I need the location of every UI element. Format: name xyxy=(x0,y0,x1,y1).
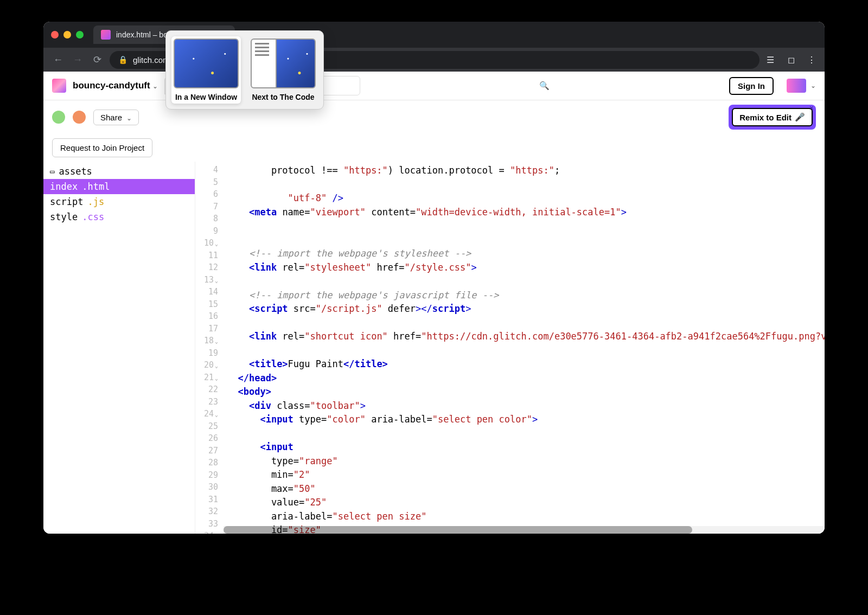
back-icon[interactable]: ← xyxy=(51,54,65,66)
folder-icon: ▭ xyxy=(50,167,54,176)
share-button[interactable]: Share ⌄ xyxy=(93,110,139,125)
request-row: Request to Join Project xyxy=(43,134,825,162)
maximize-window-icon[interactable] xyxy=(76,31,84,39)
file-script-js[interactable]: script.js xyxy=(43,194,195,209)
show-option-new-window[interactable]: In a New Window xyxy=(171,36,241,104)
microphone-icon: 🎤 xyxy=(795,112,805,122)
file-sidebar: ▭ assets index.html script.js style.css xyxy=(43,162,195,534)
remix-button[interactable]: Remix to Edit 🎤 xyxy=(732,108,813,126)
kebab-menu-icon[interactable]: ⋮ xyxy=(806,55,817,65)
sign-in-button[interactable]: Sign In xyxy=(729,77,774,95)
glitch-logo-icon[interactable] xyxy=(52,79,66,93)
reader-icon[interactable]: ☰ xyxy=(765,55,776,65)
show-option-next-to-code[interactable]: Next to The Code xyxy=(248,36,318,104)
chevron-down-icon: ⌄ xyxy=(810,82,816,89)
lock-icon: 🔒 xyxy=(118,55,127,64)
thumbnail xyxy=(174,39,239,88)
presence-row: Share ⌄ × Remix to Edit 🎤 xyxy=(43,100,825,134)
gutter: 45678910⌄111213⌄1415161718⌄1920⌄21⌄22232… xyxy=(195,162,222,534)
close-window-icon[interactable] xyxy=(51,31,59,39)
scrollbar-thumb[interactable] xyxy=(224,526,692,534)
tab-strip: index.html – bouncy-candytuft × + xyxy=(43,22,825,48)
traffic-lights xyxy=(51,31,84,39)
file-index-html[interactable]: index.html xyxy=(43,179,195,194)
forward-icon[interactable]: → xyxy=(71,54,85,66)
profile-icon[interactable]: ◻ xyxy=(786,55,796,65)
search-icon: 🔍 xyxy=(539,81,550,91)
request-to-join-button[interactable]: Request to Join Project xyxy=(52,138,152,157)
toolbar-right: ☰ ◻ ⋮ xyxy=(765,55,817,65)
code-content[interactable]: protocol !== "https:") location.protocol… xyxy=(222,162,825,534)
reload-icon[interactable]: ⟳ xyxy=(90,54,104,66)
glitch-favicon-icon xyxy=(101,30,111,40)
toolbar: ← → ⟳ 🔒 glitch.com/edit/#!/bouncy-candyt… xyxy=(43,48,825,72)
browser-window: index.html – bouncy-candytuft × + ← → ⟳ … xyxy=(43,22,825,534)
main-area: ▭ assets index.html script.js style.css … xyxy=(43,162,825,534)
close-icon[interactable]: × xyxy=(809,104,814,112)
avatar-icon xyxy=(787,79,806,93)
glitch-header: bouncy-candytuft⌄ 👓 Show ⌄ 🔍 Sign In ⌄ xyxy=(43,72,825,100)
user-menu[interactable]: ⌄ xyxy=(780,79,816,93)
remix-banner: × Remix to Edit 🎤 xyxy=(729,105,816,130)
file-style-css[interactable]: style.css xyxy=(43,209,195,225)
thumbnail xyxy=(251,39,316,88)
show-popover: In a New Window Next to The Code xyxy=(165,30,324,110)
code-editor[interactable]: 45678910⌄111213⌄1415161718⌄1920⌄21⌄22232… xyxy=(195,162,825,534)
assets-folder[interactable]: ▭ assets xyxy=(43,164,195,179)
minimize-window-icon[interactable] xyxy=(63,31,71,39)
presence-avatar[interactable] xyxy=(52,111,65,124)
horizontal-scrollbar[interactable] xyxy=(224,526,825,534)
project-name-dropdown[interactable]: bouncy-candytuft⌄ xyxy=(73,80,158,91)
presence-avatar[interactable] xyxy=(73,111,86,124)
